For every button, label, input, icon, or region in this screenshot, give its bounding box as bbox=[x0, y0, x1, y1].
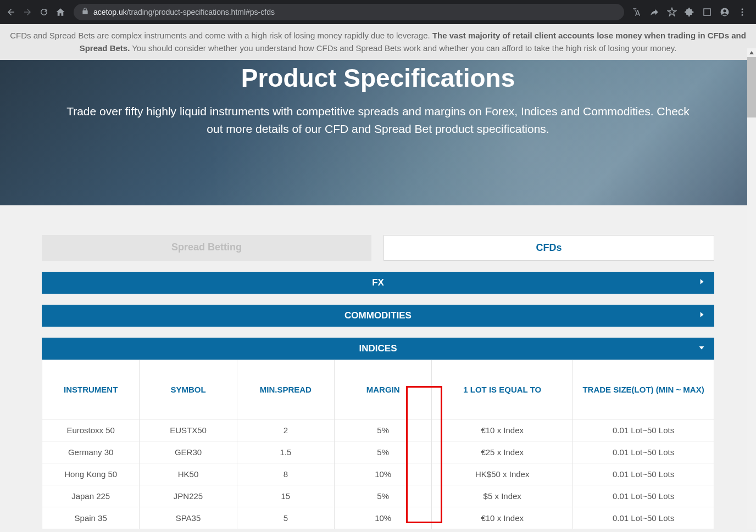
cell-instrument: Germany 30 bbox=[42, 441, 140, 463]
reload-button[interactable] bbox=[37, 5, 51, 19]
warning-text-2: You should consider whether you understa… bbox=[132, 43, 676, 53]
browser-right-icons bbox=[631, 5, 752, 19]
extensions-icon[interactable] bbox=[683, 5, 696, 19]
table-header-row: INSTRUMENT SYMBOL MIN.SPREAD MARGIN 1 LO… bbox=[42, 360, 714, 419]
cell-lot_equal: HK$50 x Index bbox=[432, 463, 573, 485]
cell-margin: 10% bbox=[334, 507, 431, 529]
svg-point-5 bbox=[742, 14, 743, 16]
indices-table: INSTRUMENT SYMBOL MIN.SPREAD MARGIN 1 LO… bbox=[42, 360, 714, 529]
translate-icon[interactable] bbox=[631, 5, 643, 19]
cell-lot_equal: €10 x Index bbox=[432, 507, 573, 529]
cell-lot_equal: $5 x Index bbox=[432, 485, 573, 507]
table-row: Eurostoxx 50EUSTX5025%€10 x Index0.01 Lo… bbox=[42, 419, 714, 441]
accordion-indices[interactable]: INDICES bbox=[42, 338, 714, 360]
browser-chrome: acetop.uk/trading/product-specifications… bbox=[0, 0, 756, 24]
risk-warning-banner: CFDs and Spread Bets are complex instrum… bbox=[0, 24, 756, 60]
cell-symbol: SPA35 bbox=[140, 507, 237, 529]
cell-lot_equal: €25 x Index bbox=[432, 441, 573, 463]
cell-min_spread: 5 bbox=[237, 507, 334, 529]
share-icon[interactable] bbox=[648, 5, 660, 19]
accordion-commodities[interactable]: COMMODITIES bbox=[42, 305, 714, 327]
cell-margin: 5% bbox=[334, 419, 431, 441]
cell-trade_size: 0.01 Lot~50 Lots bbox=[573, 463, 714, 485]
cell-margin: 10% bbox=[334, 463, 431, 485]
star-icon[interactable] bbox=[666, 5, 678, 19]
cell-min_spread: 1.5 bbox=[237, 441, 334, 463]
col-symbol: SYMBOL bbox=[140, 360, 237, 419]
cell-symbol: HK50 bbox=[140, 463, 237, 485]
cell-symbol: EUSTX50 bbox=[140, 419, 237, 441]
scrollbar-thumb[interactable] bbox=[747, 57, 756, 117]
url-text: acetop.uk/trading/product-specifications… bbox=[93, 8, 275, 16]
col-trade-size: TRADE SIZE(LOT) (MIN ~ MAX) bbox=[573, 360, 714, 419]
scrollbar[interactable] bbox=[747, 48, 756, 529]
forward-button[interactable] bbox=[21, 5, 34, 19]
cell-trade_size: 0.01 Lot~50 Lots bbox=[573, 485, 714, 507]
col-lot-equal: 1 LOT IS EQUAL TO bbox=[432, 360, 573, 419]
table-row: Germany 30GER301.55%€25 x Index0.01 Lot~… bbox=[42, 441, 714, 463]
scroll-up-icon[interactable] bbox=[747, 48, 756, 57]
warning-text-1: CFDs and Spread Bets are complex instrum… bbox=[10, 31, 432, 40]
accordion-indices-label: INDICES bbox=[359, 343, 397, 354]
svg-rect-0 bbox=[704, 9, 710, 15]
cell-lot_equal: €10 x Index bbox=[432, 419, 573, 441]
table-row: Japan 225JPN225155%$5 x Index0.01 Lot~50… bbox=[42, 485, 714, 507]
cell-margin: 5% bbox=[334, 485, 431, 507]
main-content: Spread Betting CFDs FX COMMODITIES INDIC… bbox=[0, 205, 756, 529]
cell-instrument: Japan 225 bbox=[42, 485, 140, 507]
accordion-commodities-label: COMMODITIES bbox=[344, 310, 412, 321]
panel-icon[interactable] bbox=[701, 5, 713, 19]
cell-trade_size: 0.01 Lot~50 Lots bbox=[573, 441, 714, 463]
col-min-spread: MIN.SPREAD bbox=[237, 360, 334, 419]
page-content: CFDs and Spread Bets are complex instrum… bbox=[0, 24, 756, 529]
col-margin: MARGIN bbox=[334, 360, 431, 419]
accordion-fx[interactable]: FX bbox=[42, 272, 714, 294]
product-tabs: Spread Betting CFDs bbox=[42, 235, 714, 261]
accordion-fx-label: FX bbox=[372, 277, 384, 288]
svg-point-4 bbox=[742, 12, 743, 13]
cell-min_spread: 15 bbox=[237, 485, 334, 507]
col-instrument: INSTRUMENT bbox=[42, 360, 140, 419]
cell-symbol: JPN225 bbox=[140, 485, 237, 507]
menu-icon[interactable] bbox=[736, 5, 748, 19]
chevron-right-icon bbox=[698, 310, 705, 321]
page-title: Product Specifications bbox=[66, 63, 690, 93]
cell-instrument: Spain 35 bbox=[42, 507, 140, 529]
svg-point-2 bbox=[723, 9, 726, 12]
cell-instrument: Eurostoxx 50 bbox=[42, 419, 140, 441]
table-row: Hong Kong 50HK50810%HK$50 x Index0.01 Lo… bbox=[42, 463, 714, 485]
home-button[interactable] bbox=[54, 5, 67, 19]
profile-icon[interactable] bbox=[719, 5, 731, 19]
page-subtitle: Trade over fifty highly liquid instrumen… bbox=[66, 103, 690, 137]
table-row: Spain 35SPA35510%€10 x Index0.01 Lot~50 … bbox=[42, 507, 714, 529]
cell-instrument: Hong Kong 50 bbox=[42, 463, 140, 485]
cell-margin: 5% bbox=[334, 441, 431, 463]
hero-section: Product Specifications Trade over fifty … bbox=[0, 60, 756, 205]
cell-min_spread: 8 bbox=[237, 463, 334, 485]
svg-point-3 bbox=[742, 8, 743, 10]
cell-symbol: GER30 bbox=[140, 441, 237, 463]
chevron-right-icon bbox=[698, 277, 705, 288]
tab-cfds[interactable]: CFDs bbox=[383, 235, 714, 261]
chevron-down-icon bbox=[698, 343, 705, 354]
tab-spread-betting[interactable]: Spread Betting bbox=[42, 235, 371, 261]
lock-icon bbox=[81, 7, 89, 17]
cell-trade_size: 0.01 Lot~50 Lots bbox=[573, 507, 714, 529]
cell-trade_size: 0.01 Lot~50 Lots bbox=[573, 419, 714, 441]
url-bar[interactable]: acetop.uk/trading/product-specifications… bbox=[74, 4, 624, 20]
cell-min_spread: 2 bbox=[237, 419, 334, 441]
back-button[interactable] bbox=[4, 5, 18, 19]
